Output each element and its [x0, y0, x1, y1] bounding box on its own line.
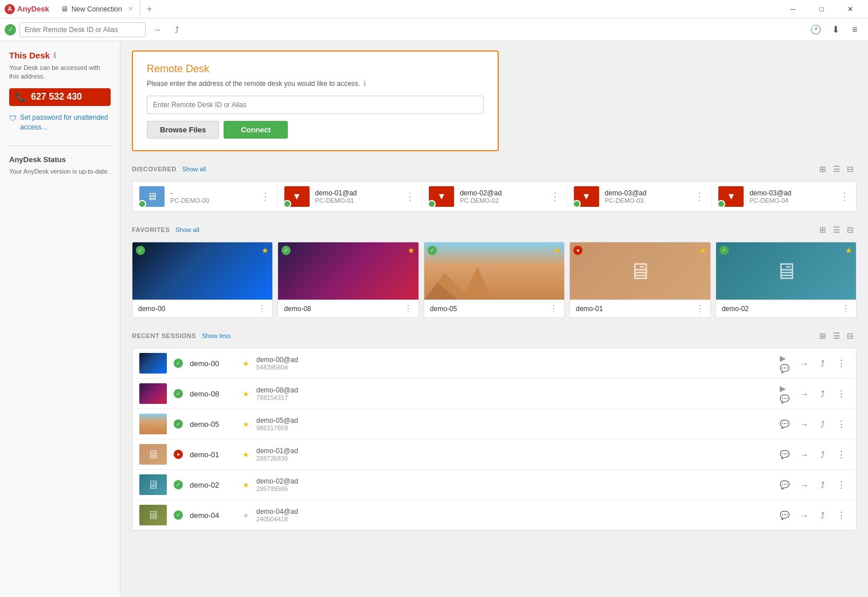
- list-view-icon[interactable]: ☰: [830, 163, 843, 175]
- list-item[interactable]: ▼ demo-03@ad PC-DEMO-03 ⋮: [567, 182, 712, 211]
- more-options-icon[interactable]: ⋮: [695, 190, 704, 203]
- more-options-icon[interactable]: ⋮: [257, 303, 267, 314]
- more-options-icon[interactable]: ⋮: [549, 303, 558, 314]
- more-options-icon[interactable]: ⋮: [261, 190, 270, 203]
- file-session-button[interactable]: ⤴: [815, 386, 831, 402]
- show-less-link[interactable]: Show less: [202, 332, 230, 339]
- monitor-icon: 🖥: [147, 478, 159, 492]
- connect-session-button[interactable]: →: [796, 416, 812, 432]
- table-row[interactable]: 🖥 ● demo-01 ★ demo-01@ad 288726836 💬 → ⤴…: [132, 439, 856, 470]
- connect-remote-button[interactable]: Connect: [224, 121, 288, 139]
- table-row[interactable]: 🖥 ✓ demo-02 ★ demo-02@ad 295799586 💬 → ⤴…: [132, 470, 856, 500]
- file-session-button[interactable]: ⤴: [815, 355, 831, 371]
- sidebar: This Desk ℹ Your Desk can be accessed wi…: [0, 41, 120, 597]
- tab-new-connection[interactable]: 🖥 New Connection ✕: [54, 0, 140, 18]
- remote-desk-input[interactable]: [147, 96, 484, 114]
- more-options-icon[interactable]: ⋮: [404, 303, 413, 314]
- connect-session-button[interactable]: →: [796, 446, 812, 462]
- table-row[interactable]: ✓ demo-05 ★ demo-05@ad 986317659 💬 → ⤴ ⋮: [132, 409, 856, 439]
- compact-view-icon[interactable]: ⊟: [844, 163, 857, 175]
- more-options-icon[interactable]: ⋮: [405, 190, 415, 203]
- favorite-footer: demo-01 ⋮: [570, 300, 710, 317]
- grid-view-icon[interactable]: ⊞: [816, 163, 829, 175]
- favorite-name: demo-02: [722, 305, 749, 313]
- list-item[interactable]: 🖥 ● ★ demo-01 ⋮: [569, 242, 710, 318]
- session-thumbnail: [139, 414, 167, 434]
- discovered-section-header: DISCOVERED Show all ⊞ ☰ ⊟: [132, 163, 857, 175]
- file-session-button[interactable]: ⤴: [815, 416, 831, 432]
- addressbar: ✓ → ⤴ 🕐 ⬇ ≡: [0, 18, 868, 41]
- file-session-button[interactable]: ⤴: [815, 507, 831, 523]
- session-capabilities: 💬: [780, 510, 789, 520]
- list-item[interactable]: ✓ ★ demo-05 ⋮: [424, 242, 565, 318]
- history-button[interactable]: 🕐: [807, 21, 824, 38]
- more-options-icon[interactable]: ⋮: [695, 303, 705, 314]
- discovered-show-all[interactable]: Show all: [182, 166, 206, 172]
- list-view-icon[interactable]: ☰: [830, 223, 843, 236]
- more-options-icon[interactable]: ⋮: [550, 190, 560, 203]
- this-desk-title: This Desk ℹ: [9, 50, 111, 60]
- favorites-show-all[interactable]: Show all: [175, 226, 200, 233]
- minimize-button[interactable]: ─: [780, 0, 806, 18]
- connect-session-button[interactable]: →: [796, 386, 812, 402]
- grid-view-icon[interactable]: ⊞: [816, 329, 829, 342]
- more-options-icon[interactable]: ⋮: [840, 190, 849, 203]
- list-item[interactable]: ✓ ★ demo-00 ⋮: [132, 242, 273, 318]
- more-options-button[interactable]: ⋮: [833, 477, 849, 493]
- compact-view-icon[interactable]: ⊟: [844, 223, 857, 236]
- connect-session-button[interactable]: →: [796, 477, 812, 493]
- browse-files-button[interactable]: Browse Files: [147, 121, 219, 139]
- add-tab-button[interactable]: +: [140, 0, 159, 18]
- more-options-icon[interactable]: ⋮: [841, 303, 850, 314]
- more-options-button[interactable]: ⋮: [833, 386, 849, 402]
- table-row[interactable]: ✓ demo-00 ★ demo-00@ad 548395604 ▶ 💬 → ⤴…: [132, 348, 856, 379]
- session-alias: demo-02@ad: [256, 477, 773, 485]
- star-empty-icon: ★: [243, 511, 249, 520]
- favorite-thumbnail: ✓ ★: [132, 242, 272, 300]
- session-alias: demo-00@ad: [256, 356, 773, 364]
- session-number: 288726836: [256, 455, 773, 462]
- grid-view-icon[interactable]: ⊞: [816, 223, 829, 236]
- table-row[interactable]: ✓ demo-08 ★ demo-08@ad 788154317 ▶ 💬 → ⤴…: [132, 379, 856, 409]
- download-button[interactable]: ⬇: [827, 21, 844, 38]
- file-session-button[interactable]: ⤴: [815, 446, 831, 462]
- more-options-button[interactable]: ⋮: [833, 446, 849, 462]
- share-button[interactable]: ⤴: [169, 22, 185, 38]
- toolbar-right: 🕐 ⬇ ≡: [807, 21, 863, 38]
- remote-desk-description: Please enter the address of the remote d…: [147, 80, 484, 88]
- compact-view-icon[interactable]: ⊟: [844, 329, 857, 342]
- list-item[interactable]: 🖥 ✓ ★ demo-02 ⋮: [715, 242, 857, 318]
- connect-session-button[interactable]: →: [796, 355, 812, 371]
- chat-icon: 💬: [780, 510, 789, 520]
- more-options-button[interactable]: ⋮: [833, 507, 849, 523]
- list-item[interactable]: ▼ demo-01@ad PC-DEMO-01 ⋮: [277, 182, 423, 211]
- list-item[interactable]: ✓ ★ demo-08 ⋮: [277, 242, 419, 318]
- more-options-button[interactable]: ⋮: [833, 416, 849, 432]
- session-alias: demo-04@ad: [256, 508, 773, 516]
- table-row[interactable]: 🖥 ✓ demo-04 ★ demo-04@ad 240504418 💬 → ⤴…: [132, 500, 856, 530]
- status-indicator: [574, 200, 581, 207]
- file-session-button[interactable]: ⤴: [815, 477, 831, 493]
- device-sub: PC-DEMO-00: [170, 197, 255, 204]
- maximize-button[interactable]: □: [808, 0, 835, 18]
- more-options-button[interactable]: ⋮: [833, 355, 849, 371]
- list-item[interactable]: 🖥 - PC-DEMO-00 ⋮: [132, 182, 277, 211]
- address-input[interactable]: [19, 22, 146, 37]
- session-number: 986317659: [256, 425, 773, 431]
- session-number: 548395604: [256, 364, 773, 371]
- star-icon: ★: [553, 246, 561, 255]
- list-item[interactable]: ▼ demo-03@ad PC-DEMO-04 ⋮: [711, 182, 856, 211]
- connect-button[interactable]: →: [149, 22, 165, 38]
- session-alias: demo-08@ad: [256, 386, 773, 394]
- star-icon: ★: [243, 359, 249, 368]
- menu-button[interactable]: ≡: [846, 21, 863, 38]
- set-password-link[interactable]: 🛡 Set password for unattended access...: [9, 113, 111, 132]
- list-item[interactable]: ▼ demo-02@ad PC-DEMO-02 ⋮: [422, 182, 567, 211]
- list-view-icon[interactable]: ☰: [830, 329, 843, 342]
- close-button[interactable]: ✕: [837, 0, 863, 18]
- shield-icon: 🛡: [9, 113, 17, 124]
- info-icon[interactable]: ℹ: [53, 51, 56, 60]
- connect-session-button[interactable]: →: [796, 507, 812, 523]
- chat-icon: 💬: [780, 480, 789, 489]
- star-icon: ★: [243, 450, 249, 459]
